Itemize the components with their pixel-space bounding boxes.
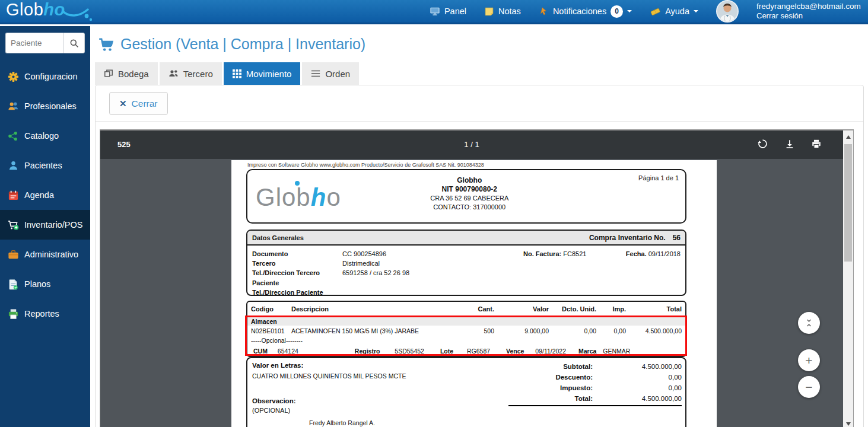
rotate-button[interactable] — [757, 138, 768, 151]
close-button[interactable]: ✕ Cerrar — [109, 92, 168, 115]
doc-logo-blue: h — [311, 183, 327, 211]
field-label: Tel./Direccion Paciente — [252, 288, 342, 296]
chevron-down-icon — [694, 10, 698, 15]
field-value: CC 900254896 — [342, 250, 386, 257]
datos-generales-box: Datos Generales Compra Inventario No.56 … — [246, 230, 686, 296]
sidebar-item-label: Reportes — [24, 309, 59, 318]
inventory-cart-icon — [8, 219, 19, 231]
field-value: Distrimedical — [342, 260, 380, 267]
factura-value: FC8521 — [563, 250, 586, 257]
item-descripcion: ACETAMINOFEN 150 MG/5 MI (3%) JARABE — [291, 327, 456, 334]
tab-bar: Bodega Tercero Movimiento Orden — [95, 62, 359, 85]
plans-icon — [8, 279, 19, 290]
total-row-label: Subtotal: — [527, 363, 593, 370]
item-detail-row: CUM 654124 Registro 5SD55452 Lote RG6587… — [247, 345, 685, 357]
sidebar-item-inventario-pos[interactable]: Inventario/POS — [0, 210, 90, 240]
nav-notificaciones[interactable]: Notificaciones 0 — [539, 5, 632, 18]
tab-movimiento[interactable]: Movimiento — [224, 62, 301, 85]
field-label: Tel./Direccion Tercero — [252, 268, 342, 278]
table-row: N02BE0101 ACETAMINOFEN 150 MG/5 MI (3%) … — [247, 326, 685, 336]
print-icon — [811, 139, 822, 149]
sidebar-item-administrativo[interactable]: Administrativo — [0, 240, 90, 269]
totals-box: Valor en Letras: CUATRO MILLONES QUINIEN… — [246, 357, 686, 427]
user-avatar[interactable] — [716, 0, 739, 23]
sidebar: Configuracion Profesionales Catalogo P — [0, 26, 90, 427]
cart-icon — [98, 37, 115, 52]
sidebar-item-label: Configuracion — [24, 72, 77, 81]
list-icon — [311, 69, 320, 78]
registro-value: 5SD55452 — [395, 345, 424, 357]
col-valor: Valor — [494, 305, 549, 313]
company-address: CRA 36 52 69 CABECERA — [430, 194, 508, 203]
sidebar-item-configuracion[interactable]: Configuracion — [0, 62, 90, 91]
field-value: 6591258 / cra 52 26 98 — [342, 269, 409, 276]
col-dcto: Dcto. Unid. — [549, 305, 596, 313]
pdf-scrollbar[interactable] — [843, 130, 853, 427]
tab-orden[interactable]: Orden — [302, 62, 359, 85]
sidebar-item-agenda[interactable]: Agenda — [0, 180, 90, 210]
tab-label: Bodega — [118, 69, 149, 79]
fecha-value: 09/11/2018 — [648, 250, 681, 257]
total-row-value: 4.500.000,00 — [593, 395, 682, 402]
briefcase-icon — [8, 249, 19, 260]
company-nit: NIT 900790080-2 — [430, 185, 508, 194]
doc-number-value: 56 — [673, 234, 681, 242]
sidebar-item-pacientes[interactable]: Pacientes — [0, 151, 90, 180]
download-icon — [784, 139, 795, 149]
search-button[interactable] — [63, 33, 85, 53]
logout-link[interactable]: Cerrar sesión — [756, 11, 868, 21]
compra-inventario-number: Compra Inventario No.56 — [582, 234, 681, 242]
print-button[interactable] — [811, 138, 822, 151]
total-row-label: Impuesto: — [527, 384, 593, 391]
download-button[interactable] — [784, 138, 795, 151]
warehouse-icon — [104, 69, 113, 78]
tab-label: Movimiento — [246, 69, 292, 79]
fit-page-button[interactable] — [798, 312, 820, 334]
search-icon — [69, 39, 79, 48]
scroll-down-arrow[interactable] — [843, 419, 853, 427]
close-icon: ✕ — [119, 98, 127, 109]
field-label: Tercero — [252, 259, 342, 268]
sidebar-item-profesionales[interactable]: Profesionales — [0, 91, 90, 121]
app-logo[interactable]: Globho — [6, 0, 93, 23]
nav-notas[interactable]: Notas — [484, 7, 521, 17]
total-row-value: 4.500.000,00 — [593, 363, 682, 370]
calendar-icon — [8, 190, 19, 201]
scrollbar-thumb[interactable] — [844, 144, 852, 262]
total-row-label: Descuento: — [527, 374, 593, 381]
tab-tercero[interactable]: Tercero — [160, 62, 222, 85]
grid-icon — [233, 69, 241, 78]
tab-bodega[interactable]: Bodega — [95, 62, 158, 85]
rotate-icon — [757, 138, 768, 149]
page-info: Página 1 de 1 — [638, 174, 679, 181]
people-icon — [168, 69, 179, 78]
sidebar-item-catalogo[interactable]: Catalogo — [0, 121, 90, 151]
field-label: Documento — [252, 249, 342, 259]
notifications-icon — [539, 7, 549, 17]
zoom-out-button[interactable]: − — [798, 376, 820, 398]
sidebar-item-reportes[interactable]: Reportes — [0, 299, 90, 329]
nav-ayuda-label: Ayuda — [665, 7, 689, 16]
zoom-in-button[interactable]: + — [798, 349, 820, 371]
item-valor: 9.000,00 — [494, 327, 549, 334]
fecha-label: Fecha. — [626, 250, 647, 257]
opcional-divider: -----Opcional-------- — [247, 336, 685, 345]
search-input[interactable] — [5, 33, 63, 53]
nav-ayuda[interactable]: Ayuda — [650, 7, 698, 17]
group-row-almacen: Almacen — [247, 317, 685, 326]
registro-label: Registro — [355, 348, 380, 355]
sidebar-item-planos[interactable]: Planos — [0, 269, 90, 299]
datos-generales-body: DocumentoCC 900254896 TerceroDistrimedic… — [247, 246, 685, 296]
content-panel: ✕ Cerrar 525 1 / 1 — [95, 85, 864, 427]
scroll-up-arrow[interactable] — [843, 132, 853, 142]
pdf-canvas: Impreso con Software Globho www.globho.c… — [100, 159, 843, 427]
page-title-text: Gestion (Venta | Compra | Inventario) — [120, 36, 365, 53]
nav-panel[interactable]: Panel — [430, 6, 466, 17]
triangle-up-icon — [846, 133, 851, 139]
datos-generales-header: Datos Generales Compra Inventario No.56 — [247, 231, 685, 246]
triangle-down-icon — [846, 422, 851, 427]
factura-field: No. Factura: FC8521 — [523, 249, 586, 259]
vence-label: Vence — [506, 348, 524, 355]
marca-value: GENMAR — [603, 345, 630, 357]
plus-icon: + — [805, 353, 812, 368]
